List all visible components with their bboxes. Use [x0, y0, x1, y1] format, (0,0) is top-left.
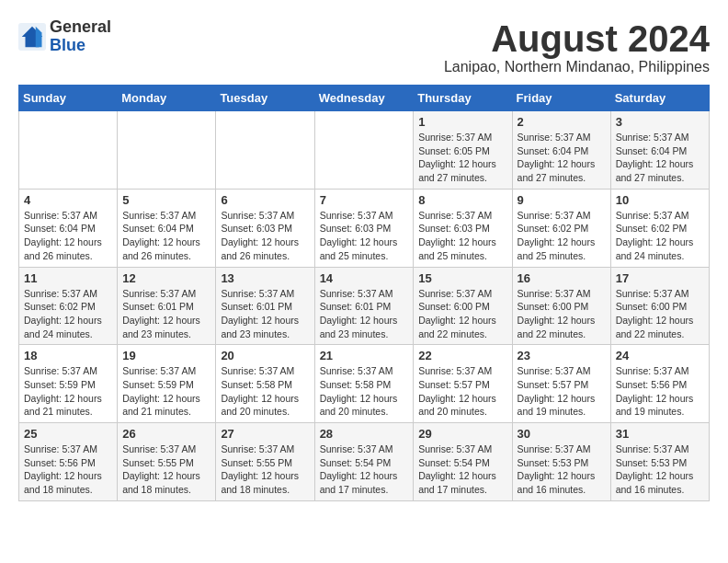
- day-info: Sunrise: 5:37 AM Sunset: 6:00 PM Dayligh…: [518, 287, 606, 341]
- calendar-cell: 28Sunrise: 5:37 AM Sunset: 5:54 PM Dayli…: [314, 423, 414, 501]
- day-info: Sunrise: 5:37 AM Sunset: 5:58 PM Dayligh…: [320, 364, 409, 419]
- day-number: 11: [24, 271, 112, 285]
- day-number: 25: [24, 427, 112, 441]
- calendar-cell: 15Sunrise: 5:37 AM Sunset: 6:00 PM Dayli…: [414, 267, 512, 345]
- day-number: 23: [518, 349, 606, 362]
- day-info: Sunrise: 5:37 AM Sunset: 5:58 PM Dayligh…: [221, 364, 309, 419]
- day-info: Sunrise: 5:37 AM Sunset: 5:54 PM Dayligh…: [418, 442, 506, 497]
- day-info: Sunrise: 5:37 AM Sunset: 5:57 PM Dayligh…: [418, 364, 506, 419]
- day-number: 12: [122, 271, 210, 285]
- day-info: Sunrise: 5:37 AM Sunset: 6:01 PM Dayligh…: [221, 287, 309, 341]
- calendar-cell: 19Sunrise: 5:37 AM Sunset: 5:59 PM Dayli…: [118, 345, 216, 423]
- calendar-cell: 8Sunrise: 5:37 AM Sunset: 6:03 PM Daylig…: [414, 189, 512, 267]
- calendar-cell: 6Sunrise: 5:37 AM Sunset: 6:03 PM Daylig…: [216, 189, 314, 267]
- day-number: 29: [418, 427, 506, 441]
- calendar-cell: 9Sunrise: 5:37 AM Sunset: 6:02 PM Daylig…: [512, 189, 610, 267]
- day-info: Sunrise: 5:37 AM Sunset: 5:59 PM Dayligh…: [122, 364, 210, 419]
- calendar-cell: 1Sunrise: 5:37 AM Sunset: 6:05 PM Daylig…: [414, 111, 512, 190]
- day-info: Sunrise: 5:37 AM Sunset: 6:03 PM Dayligh…: [320, 209, 409, 263]
- calendar-cell: 24Sunrise: 5:37 AM Sunset: 5:56 PM Dayli…: [610, 345, 709, 423]
- day-number: 9: [518, 193, 606, 207]
- day-of-week-header: Saturday: [610, 86, 709, 111]
- calendar-cell: 3Sunrise: 5:37 AM Sunset: 6:04 PM Daylig…: [610, 111, 709, 190]
- day-number: 21: [320, 349, 409, 362]
- logo-general-text: General: [50, 17, 111, 36]
- day-of-week-header: Sunday: [19, 86, 118, 111]
- calendar-cell: 23Sunrise: 5:37 AM Sunset: 5:57 PM Dayli…: [512, 345, 610, 423]
- day-number: 13: [221, 271, 309, 285]
- day-of-week-header: Friday: [512, 86, 610, 111]
- calendar-cell: 4Sunrise: 5:37 AM Sunset: 6:04 PM Daylig…: [19, 189, 118, 267]
- day-info: Sunrise: 5:37 AM Sunset: 5:57 PM Dayligh…: [518, 364, 606, 419]
- day-info: Sunrise: 5:37 AM Sunset: 5:55 PM Dayligh…: [122, 442, 210, 497]
- calendar-cell: 31Sunrise: 5:37 AM Sunset: 5:53 PM Dayli…: [610, 423, 709, 501]
- day-number: 26: [122, 427, 210, 441]
- day-of-week-header: Thursday: [414, 86, 512, 111]
- day-info: Sunrise: 5:37 AM Sunset: 5:59 PM Dayligh…: [24, 364, 112, 419]
- logo-blue-text: Blue: [50, 36, 85, 54]
- calendar-cell: 17Sunrise: 5:37 AM Sunset: 6:00 PM Dayli…: [610, 267, 709, 345]
- calendar-cell: 11Sunrise: 5:37 AM Sunset: 6:02 PM Dayli…: [19, 267, 118, 345]
- day-number: 4: [24, 193, 112, 207]
- day-number: 6: [221, 193, 309, 207]
- calendar-cell: 7Sunrise: 5:37 AM Sunset: 6:03 PM Daylig…: [314, 189, 414, 267]
- day-info: Sunrise: 5:37 AM Sunset: 6:03 PM Dayligh…: [418, 209, 506, 263]
- calendar-cell: 25Sunrise: 5:37 AM Sunset: 5:56 PM Dayli…: [19, 423, 118, 501]
- day-info: Sunrise: 5:37 AM Sunset: 6:00 PM Dayligh…: [418, 287, 506, 341]
- logo: General Blue: [18, 18, 111, 55]
- calendar-title: August 2024: [444, 18, 710, 59]
- calendar-cell: 2Sunrise: 5:37 AM Sunset: 6:04 PM Daylig…: [512, 111, 610, 190]
- day-number: 17: [616, 271, 704, 285]
- day-info: Sunrise: 5:37 AM Sunset: 6:04 PM Dayligh…: [616, 131, 704, 185]
- calendar-cell: 21Sunrise: 5:37 AM Sunset: 5:58 PM Dayli…: [314, 345, 414, 423]
- day-of-week-header: Wednesday: [314, 86, 414, 111]
- calendar-cell: 29Sunrise: 5:37 AM Sunset: 5:54 PM Dayli…: [414, 423, 512, 501]
- day-info: Sunrise: 5:37 AM Sunset: 6:01 PM Dayligh…: [320, 287, 409, 341]
- day-number: 28: [320, 427, 409, 441]
- day-number: 31: [616, 427, 704, 441]
- calendar-cell: 22Sunrise: 5:37 AM Sunset: 5:57 PM Dayli…: [414, 345, 512, 423]
- day-info: Sunrise: 5:37 AM Sunset: 6:02 PM Dayligh…: [24, 287, 112, 341]
- day-info: Sunrise: 5:37 AM Sunset: 6:05 PM Dayligh…: [418, 131, 506, 185]
- day-number: 7: [320, 193, 409, 207]
- day-info: Sunrise: 5:37 AM Sunset: 5:54 PM Dayligh…: [320, 442, 409, 497]
- day-info: Sunrise: 5:37 AM Sunset: 5:55 PM Dayligh…: [221, 442, 309, 497]
- day-number: 5: [122, 193, 210, 207]
- day-of-week-header: Monday: [118, 86, 216, 111]
- calendar-cell: 5Sunrise: 5:37 AM Sunset: 6:04 PM Daylig…: [118, 189, 216, 267]
- day-number: 10: [616, 193, 704, 207]
- day-number: 20: [221, 349, 309, 362]
- day-number: 8: [418, 193, 506, 207]
- day-info: Sunrise: 5:37 AM Sunset: 6:04 PM Dayligh…: [122, 209, 210, 263]
- day-number: 24: [616, 349, 704, 362]
- day-info: Sunrise: 5:37 AM Sunset: 5:56 PM Dayligh…: [616, 364, 704, 419]
- day-number: 27: [221, 427, 309, 441]
- day-number: 22: [418, 349, 506, 362]
- day-info: Sunrise: 5:37 AM Sunset: 6:01 PM Dayligh…: [122, 287, 210, 341]
- day-info: Sunrise: 5:37 AM Sunset: 5:53 PM Dayligh…: [518, 442, 606, 497]
- calendar-subtitle: Lanipao, Northern Mindanao, Philippines: [444, 59, 710, 75]
- calendar-cell: 13Sunrise: 5:37 AM Sunset: 6:01 PM Dayli…: [216, 267, 314, 345]
- day-number: 19: [122, 349, 210, 362]
- day-number: 30: [518, 427, 606, 441]
- calendar-cell: 14Sunrise: 5:37 AM Sunset: 6:01 PM Dayli…: [314, 267, 414, 345]
- day-number: 2: [518, 115, 606, 129]
- day-number: 18: [24, 349, 112, 362]
- calendar-cell: [19, 111, 118, 190]
- day-info: Sunrise: 5:37 AM Sunset: 6:00 PM Dayligh…: [616, 287, 704, 341]
- day-number: 1: [418, 115, 506, 129]
- day-info: Sunrise: 5:37 AM Sunset: 6:04 PM Dayligh…: [24, 209, 112, 263]
- calendar-cell: 27Sunrise: 5:37 AM Sunset: 5:55 PM Dayli…: [216, 423, 314, 501]
- day-info: Sunrise: 5:37 AM Sunset: 5:53 PM Dayligh…: [616, 442, 704, 497]
- day-of-week-header: Tuesday: [216, 86, 314, 111]
- day-info: Sunrise: 5:37 AM Sunset: 6:04 PM Dayligh…: [518, 131, 606, 185]
- calendar-cell: 18Sunrise: 5:37 AM Sunset: 5:59 PM Dayli…: [19, 345, 118, 423]
- calendar-cell: [314, 111, 414, 190]
- day-number: 14: [320, 271, 409, 285]
- page-header: General Blue August 2024 Lanipao, Northe…: [18, 18, 710, 75]
- day-number: 16: [518, 271, 606, 285]
- calendar-cell: [216, 111, 314, 190]
- day-info: Sunrise: 5:37 AM Sunset: 6:02 PM Dayligh…: [518, 209, 606, 263]
- calendar-cell: 30Sunrise: 5:37 AM Sunset: 5:53 PM Dayli…: [512, 423, 610, 501]
- calendar-table: SundayMondayTuesdayWednesdayThursdayFrid…: [18, 85, 710, 501]
